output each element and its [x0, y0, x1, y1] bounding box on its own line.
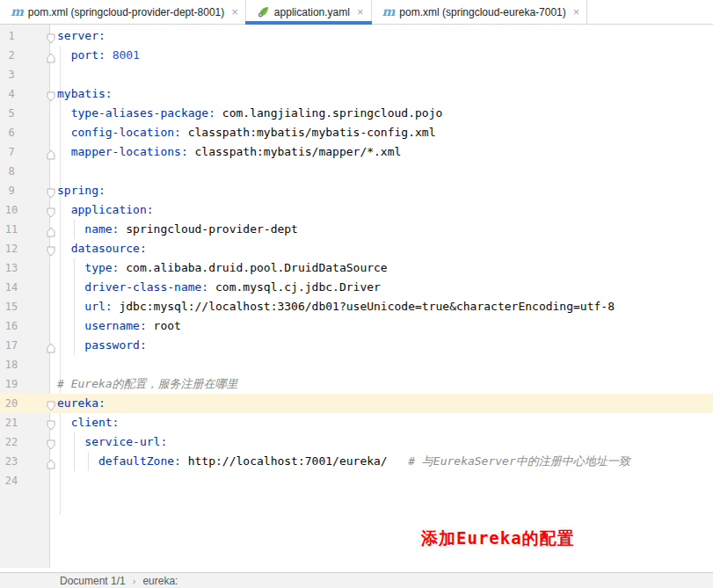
fold-collapse-icon[interactable] — [47, 185, 55, 196]
fold-end-icon[interactable] — [47, 456, 55, 467]
code-line[interactable]: 7 mapper-locations: classpath:mybatis/ma… — [0, 142, 713, 162]
code-line[interactable]: 12 datasource: — [0, 239, 713, 258]
close-icon[interactable]: × — [573, 6, 580, 18]
code-line[interactable]: 11 name: springcloud-provider-dept — [0, 220, 713, 239]
code-text: eureka: — [57, 394, 105, 413]
code-line[interactable]: 24 — [0, 471, 713, 490]
code-text: # Eureka的配置，服务注册在哪里 — [57, 374, 238, 394]
fold-collapse-icon[interactable] — [47, 437, 55, 447]
code-line[interactable]: 8 — [0, 162, 713, 181]
code-text: port: 8001 — [57, 46, 140, 65]
code-text: type-aliases-package: com.langjialing.sp… — [57, 104, 442, 123]
editor-tab-bar: mpom.xml (springcloud-provider-dept-8001… — [0, 0, 713, 25]
line-number: 15 — [0, 297, 23, 316]
line-number: 17 — [0, 336, 23, 355]
line-number: 2 — [0, 46, 23, 65]
code-text: mapper-locations: classpath:mybatis/mapp… — [57, 142, 401, 162]
code-line[interactable]: 6 config-location: classpath:mybatis/myb… — [0, 123, 713, 142]
fold-end-icon[interactable] — [47, 224, 55, 235]
maven-icon: m — [11, 5, 24, 18]
line-number: 8 — [0, 162, 23, 181]
maven-icon: m — [382, 5, 396, 18]
line-number: 1 — [0, 26, 23, 46]
chevron-right-icon: › — [133, 576, 136, 586]
code-line[interactable]: 2 port: 8001 — [0, 46, 713, 65]
editor-tab-1[interactable]: application.yaml× — [246, 0, 372, 24]
code-text: defaultZone: http://localhost:7001/eurek… — [57, 452, 630, 471]
code-line[interactable]: 13 type: com.alibaba.druid.pool.DruidDat… — [0, 258, 713, 278]
code-line[interactable]: 16 username: root — [0, 316, 713, 336]
annotation-text: 添加Eureka的配置 — [421, 527, 575, 550]
code-line[interactable]: 19# Eureka的配置，服务注册在哪里 — [0, 374, 713, 394]
code-line[interactable]: 22 service-url: — [0, 432, 713, 452]
spring-boot-icon — [257, 5, 270, 18]
fold-collapse-icon[interactable] — [47, 31, 55, 41]
code-text: username: root — [57, 316, 181, 336]
code-line[interactable]: 5 type-aliases-package: com.langjialing.… — [0, 104, 713, 123]
code-text: name: springcloud-provider-dept — [57, 220, 298, 239]
line-number: 19 — [0, 374, 23, 394]
line-number: 11 — [0, 220, 23, 239]
code-text: datasource: — [57, 239, 147, 258]
code-line[interactable]: 15 url: jdbc:mysql://localhost:3306/db01… — [0, 297, 713, 316]
fold-end-icon[interactable] — [47, 147, 55, 157]
line-number: 6 — [0, 123, 23, 142]
line-number: 12 — [0, 239, 23, 258]
code-line[interactable]: 17 password: — [0, 336, 713, 355]
code-editor[interactable]: 1server:2 port: 800134mybatis:5 type-ali… — [0, 25, 713, 572]
close-icon[interactable]: × — [357, 6, 364, 18]
code-text: client: — [57, 413, 119, 432]
tab-label: pom.xml (springcloud-eureka-7001) — [399, 6, 565, 18]
fold-end-icon[interactable] — [47, 340, 55, 351]
tab-label: pom.xml (springcloud-provider-dept-8001) — [28, 6, 224, 18]
line-number: 10 — [0, 200, 23, 220]
code-text: type: com.alibaba.druid.pool.DruidDataSo… — [57, 258, 388, 278]
code-text: driver-class-name: com.mysql.cj.jdbc.Dri… — [57, 278, 381, 297]
code-text: service-url: — [57, 432, 167, 452]
code-line[interactable]: 20eureka: — [0, 394, 713, 413]
code-text: mybatis: — [57, 84, 113, 104]
code-line[interactable]: 21 client: — [0, 413, 713, 432]
line-number: 23 — [0, 452, 23, 471]
code-text: config-location: classpath:mybatis/mybat… — [57, 123, 435, 142]
line-number: 7 — [0, 142, 23, 162]
line-number: 4 — [0, 84, 23, 104]
code-lines: 1server:2 port: 800134mybatis:5 type-ali… — [0, 26, 713, 490]
fold-collapse-icon[interactable] — [47, 205, 55, 215]
code-text: server: — [57, 26, 105, 46]
code-line[interactable]: 18 — [0, 355, 713, 374]
fold-collapse-icon[interactable] — [47, 243, 55, 254]
breadcrumb: Document 1/1 › eureka: — [0, 572, 713, 588]
code-text: password: — [57, 336, 147, 355]
editor-tab-2[interactable]: mpom.xml (springcloud-eureka-7001)× — [372, 0, 588, 24]
line-number: 18 — [0, 355, 23, 374]
breadcrumb-node[interactable]: eureka: — [142, 575, 178, 587]
code-text: url: jdbc:mysql://localhost:3306/db01?us… — [57, 297, 615, 316]
code-line[interactable]: 23 defaultZone: http://localhost:7001/eu… — [0, 452, 713, 471]
line-number: 5 — [0, 104, 23, 123]
code-line[interactable]: 1server: — [0, 26, 713, 46]
line-number: 13 — [0, 258, 23, 278]
code-line[interactable]: 14 driver-class-name: com.mysql.cj.jdbc.… — [0, 278, 713, 297]
line-number: 22 — [0, 432, 23, 452]
fold-end-icon[interactable] — [47, 50, 55, 61]
line-number: 9 — [0, 181, 23, 200]
tab-label: application.yaml — [274, 6, 350, 18]
code-line[interactable]: 9spring: — [0, 181, 713, 200]
fold-collapse-icon[interactable] — [47, 89, 55, 99]
fold-collapse-icon[interactable] — [47, 417, 55, 428]
line-number: 20 — [0, 394, 23, 413]
line-number: 14 — [0, 278, 23, 297]
line-number: 24 — [0, 471, 23, 490]
close-icon[interactable]: × — [231, 6, 238, 18]
fold-collapse-icon[interactable] — [47, 398, 55, 409]
line-number: 16 — [0, 316, 23, 336]
line-number: 3 — [0, 65, 23, 84]
code-line[interactable]: 10 application: — [0, 200, 713, 220]
code-line[interactable]: 4mybatis: — [0, 84, 713, 104]
code-text: application: — [57, 200, 154, 220]
code-line[interactable]: 3 — [0, 65, 713, 84]
editor-tab-0[interactable]: mpom.xml (springcloud-provider-dept-8001… — [0, 0, 246, 24]
breadcrumb-document[interactable]: Document 1/1 — [60, 575, 126, 587]
code-text: spring: — [57, 181, 105, 200]
